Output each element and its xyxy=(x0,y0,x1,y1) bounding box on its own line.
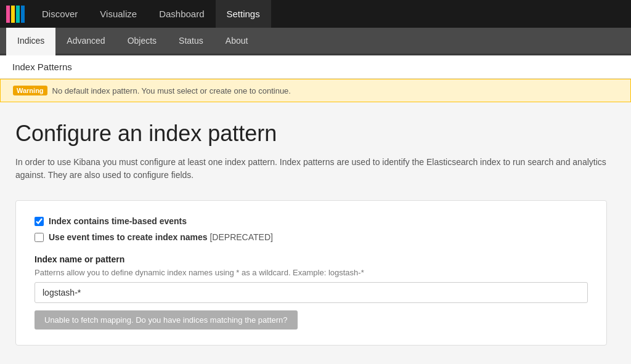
checkbox-time-based[interactable] xyxy=(35,217,44,226)
sub-nav-item-indices[interactable]: Indices xyxy=(6,28,55,54)
fetch-error-button[interactable]: Unable to fetch mapping. Do you have ind… xyxy=(35,310,298,330)
sub-nav-item-about[interactable]: About xyxy=(214,28,259,54)
page-title: Index Patterns xyxy=(12,62,72,72)
sub-nav-item-advanced[interactable]: Advanced xyxy=(55,28,116,54)
checkbox-event-times[interactable] xyxy=(35,233,44,242)
page-title-bar: Index Patterns xyxy=(0,55,631,79)
warning-bar: Warning No default index pattern. You mu… xyxy=(0,79,631,102)
main-content: Index Patterns Warning No default index … xyxy=(0,55,631,364)
sub-nav-item-status[interactable]: Status xyxy=(168,28,214,54)
deprecated-label: [DEPRECATED] xyxy=(210,232,272,242)
checkbox-row-time-based: Index contains time-based events xyxy=(35,216,588,226)
top-nav: Discover Visualize Dashboard Settings xyxy=(0,0,631,28)
nav-item-dashboard[interactable]: Dashboard xyxy=(148,0,215,28)
top-nav-items: Discover Visualize Dashboard Settings xyxy=(31,0,271,28)
configure-description: In order to use Kibana you must configur… xyxy=(15,156,616,182)
nav-item-visualize[interactable]: Visualize xyxy=(89,0,148,28)
sub-nav-item-objects[interactable]: Objects xyxy=(116,28,168,54)
warning-badge: Warning xyxy=(13,86,47,95)
config-panel: Index contains time-based events Use eve… xyxy=(15,200,607,346)
logo-bar-3 xyxy=(16,6,20,23)
index-name-section: Index name or pattern Patterns allow you… xyxy=(35,254,588,303)
configure-title: Configure an index pattern xyxy=(15,121,616,147)
checkbox-time-based-label[interactable]: Index contains time-based events xyxy=(49,216,187,226)
content-area: Configure an index pattern In order to u… xyxy=(0,102,631,364)
field-label: Index name or pattern xyxy=(35,254,588,264)
warning-message: No default index pattern. You must selec… xyxy=(52,86,291,95)
logo-bar-1 xyxy=(6,6,10,23)
checkbox-event-times-label[interactable]: Use event times to create index names [D… xyxy=(49,232,273,242)
logo-bar-4 xyxy=(21,6,25,23)
sub-nav: Indices Advanced Objects Status About xyxy=(0,28,631,55)
nav-item-discover[interactable]: Discover xyxy=(31,0,89,28)
kibana-logo xyxy=(0,0,31,28)
logo-bar-2 xyxy=(11,6,15,23)
field-description: Patterns allow you to define dynamic ind… xyxy=(35,268,588,277)
nav-item-settings[interactable]: Settings xyxy=(216,0,271,28)
index-pattern-input[interactable] xyxy=(35,282,588,303)
checkbox-row-event-times: Use event times to create index names [D… xyxy=(35,232,588,242)
